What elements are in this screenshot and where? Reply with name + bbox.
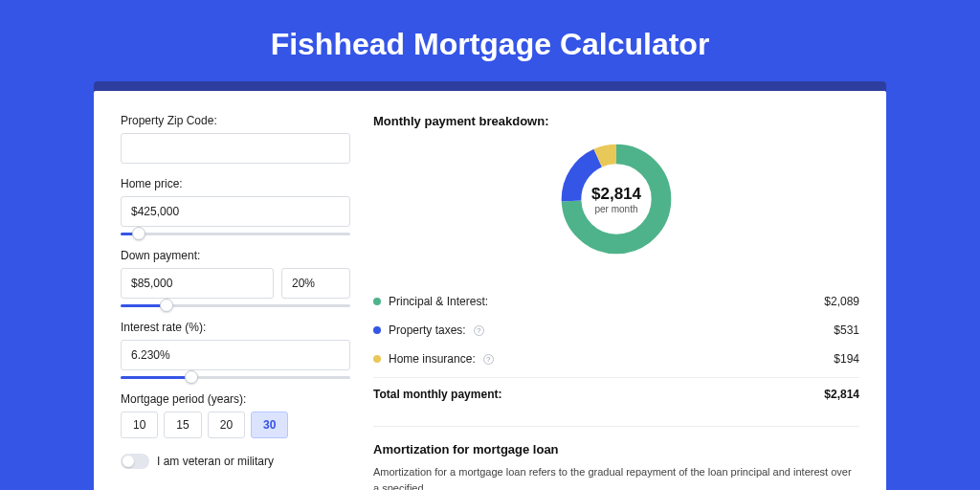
home-price-slider[interactable] bbox=[121, 233, 350, 235]
veteran-toggle[interactable] bbox=[121, 454, 149, 469]
legend-row: Principal & Interest:$2,089 bbox=[373, 287, 859, 316]
breakdown-title: Monthly payment breakdown: bbox=[373, 114, 859, 128]
down-payment-input[interactable] bbox=[121, 268, 274, 299]
zip-row: Property Zip Code: bbox=[121, 114, 350, 164]
calculator-card: Property Zip Code: Home price: Down paym… bbox=[94, 91, 886, 490]
period-btn-20[interactable]: 20 bbox=[208, 412, 245, 438]
info-icon[interactable]: ? bbox=[483, 354, 494, 365]
veteran-row: I am veteran or military bbox=[121, 454, 350, 469]
card-outer: Property Zip Code: Home price: Down paym… bbox=[94, 81, 886, 490]
breakdown-panel: Monthly payment breakdown: $2,814 per mo… bbox=[373, 114, 859, 490]
home-price-label: Home price: bbox=[121, 177, 350, 190]
home-price-row: Home price: bbox=[121, 177, 350, 235]
legend-label: Property taxes: bbox=[389, 323, 466, 337]
legend-dot bbox=[373, 355, 381, 363]
zip-input[interactable] bbox=[121, 133, 350, 164]
legend-row: Home insurance:?$194 bbox=[373, 345, 859, 373]
period-row: Mortgage period (years): 10152030 bbox=[121, 392, 350, 438]
page-title: Fishhead Mortgage Calculator bbox=[0, 0, 980, 81]
form-panel: Property Zip Code: Home price: Down paym… bbox=[121, 114, 350, 490]
legend-value: $2,089 bbox=[824, 295, 859, 308]
interest-row: Interest rate (%): bbox=[121, 321, 350, 379]
legend-dot bbox=[373, 326, 381, 334]
period-btn-10[interactable]: 10 bbox=[121, 412, 158, 438]
legend-label: Home insurance: bbox=[389, 352, 476, 366]
veteran-label: I am veteran or military bbox=[157, 455, 274, 468]
interest-slider[interactable] bbox=[121, 376, 350, 379]
total-row: Total monthly payment: $2,814 bbox=[373, 377, 859, 416]
donut-sub: per month bbox=[594, 204, 637, 214]
zip-label: Property Zip Code: bbox=[121, 114, 350, 127]
slider-thumb[interactable] bbox=[185, 370, 198, 384]
down-payment-row: Down payment: bbox=[121, 249, 350, 307]
interest-input[interactable] bbox=[121, 340, 350, 370]
period-btn-30[interactable]: 30 bbox=[251, 412, 288, 438]
down-payment-label: Down payment: bbox=[121, 249, 350, 262]
total-value: $2,814 bbox=[824, 388, 859, 401]
slider-thumb[interactable] bbox=[132, 227, 145, 240]
amortization-text: Amortization for a mortgage loan refers … bbox=[373, 464, 859, 490]
donut-chart: $2,814 per month bbox=[373, 140, 859, 258]
slider-thumb[interactable] bbox=[160, 299, 173, 312]
home-price-input[interactable] bbox=[121, 196, 350, 227]
legend-dot bbox=[373, 298, 381, 305]
down-payment-slider[interactable] bbox=[121, 304, 350, 307]
legend-value: $194 bbox=[834, 352, 859, 366]
down-payment-pct-input[interactable] bbox=[281, 268, 350, 299]
legend-row: Property taxes:?$531 bbox=[373, 316, 859, 345]
period-btn-15[interactable]: 15 bbox=[164, 412, 201, 438]
donut-amount: $2,814 bbox=[591, 185, 641, 204]
legend-value: $531 bbox=[834, 323, 859, 337]
period-label: Mortgage period (years): bbox=[121, 392, 350, 406]
interest-label: Interest rate (%): bbox=[121, 321, 350, 334]
legend-label: Principal & Interest: bbox=[389, 295, 488, 308]
amortization-title: Amortization for mortgage loan bbox=[373, 426, 859, 457]
donut-center: $2,814 per month bbox=[557, 140, 676, 258]
info-icon[interactable]: ? bbox=[474, 325, 484, 336]
total-label: Total monthly payment: bbox=[373, 388, 501, 401]
